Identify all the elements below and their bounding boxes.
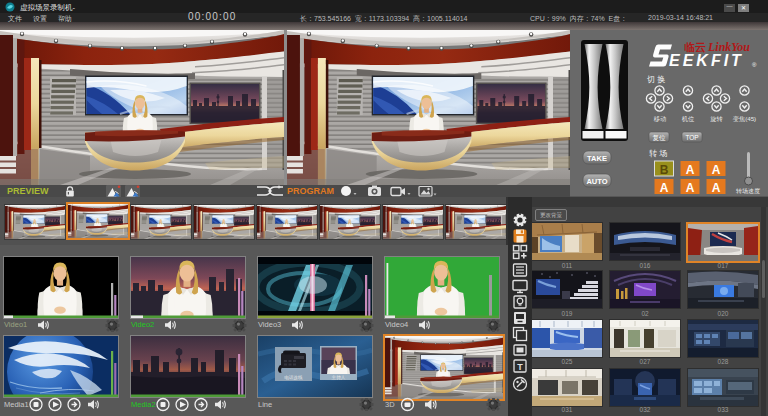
svg-text:转场速度: 转场速度 bbox=[736, 187, 760, 195]
svg-text:T: T bbox=[517, 362, 523, 372]
svg-text:AUTO: AUTO bbox=[586, 177, 607, 186]
svg-text:A: A bbox=[660, 181, 669, 195]
svg-text:®: ® bbox=[752, 62, 757, 68]
svg-text:电话连线: 电话连线 bbox=[284, 375, 303, 380]
svg-text:旋转: 旋转 bbox=[710, 115, 722, 123]
svg-text:EEKFIT: EEKFIT bbox=[669, 52, 744, 69]
svg-text:切 换: 切 换 bbox=[646, 75, 665, 84]
svg-text:A: A bbox=[686, 181, 695, 195]
svg-text:B: B bbox=[660, 163, 669, 177]
svg-text:TAKE: TAKE bbox=[587, 154, 607, 163]
svg-text:移动: 移动 bbox=[654, 115, 666, 123]
svg-text:变焦(45): 变焦(45) bbox=[733, 115, 756, 123]
svg-text:复位: 复位 bbox=[653, 134, 667, 142]
svg-text:A: A bbox=[712, 163, 721, 177]
svg-text:机位: 机位 bbox=[682, 115, 694, 123]
svg-text:A: A bbox=[712, 181, 721, 195]
svg-text:转 场: 转 场 bbox=[649, 149, 667, 158]
svg-text:TOP: TOP bbox=[685, 134, 698, 141]
svg-text:A: A bbox=[686, 163, 695, 177]
